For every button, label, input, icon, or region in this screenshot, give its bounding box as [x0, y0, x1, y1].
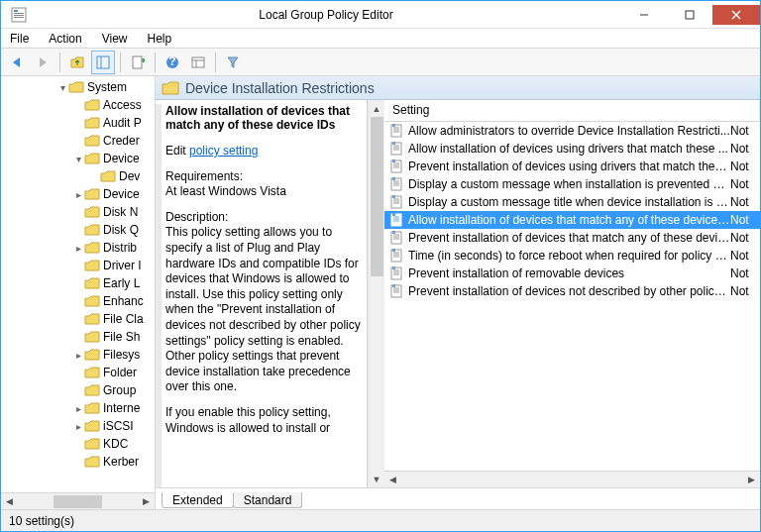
scroll-left-icon[interactable]: ◀ [384, 472, 401, 486]
list-row[interactable]: Allow installation of devices using driv… [384, 140, 760, 158]
tree-item-label: Device [103, 187, 140, 201]
folder-icon [84, 134, 100, 148]
list-row[interactable]: Prevent installation of devices not desc… [384, 282, 760, 300]
list-row[interactable]: Prevent installation of devices using dr… [384, 158, 760, 175]
tree-item[interactable]: Audit P [1, 114, 155, 132]
policy-icon [388, 283, 404, 299]
tree-expander-icon[interactable]: ▸ [72, 350, 84, 361]
tree-item[interactable]: ▸iSCSI [1, 417, 155, 435]
tree-expander-icon[interactable]: ▸ [72, 243, 84, 254]
scroll-thumb[interactable] [54, 495, 101, 508]
tree-item[interactable]: ▸Device [1, 185, 155, 203]
svg-rect-46 [392, 213, 395, 216]
desc-vscrollbar[interactable]: ▲ ▼ [368, 100, 384, 487]
scroll-right-icon[interactable]: ▶ [743, 472, 760, 486]
list-row[interactable]: Allow administrators to override Device … [384, 122, 760, 140]
list-row[interactable]: Display a custom message title when devi… [384, 193, 760, 211]
filter-button[interactable] [221, 51, 245, 74]
tree-item[interactable]: Access [1, 96, 155, 114]
tree-item[interactable]: ▸Filesys [1, 346, 155, 364]
tree-expander-icon[interactable]: ▸ [72, 403, 84, 414]
menu-help[interactable]: Help [145, 31, 175, 47]
tree-item[interactable]: Enhanc [1, 292, 155, 310]
folder-icon [84, 312, 100, 326]
list-row[interactable]: Prevent installation of removable device… [384, 265, 760, 282]
tab-extended[interactable]: Extended [162, 492, 234, 508]
desc-scroll[interactable] [156, 104, 162, 487]
folder-icon [84, 152, 100, 165]
tree-item-label: Dev [119, 169, 140, 183]
back-button[interactable] [5, 51, 29, 74]
close-button[interactable] [712, 5, 760, 25]
properties-button[interactable] [186, 51, 210, 74]
list-body[interactable]: Allow administrators to override Device … [384, 122, 760, 471]
folder-icon [84, 437, 100, 451]
tree-item[interactable]: ▾Device [1, 150, 155, 167]
tree-item[interactable]: Early L [1, 274, 155, 292]
tree-item-label: File Sh [103, 330, 140, 344]
tab-standard[interactable]: Standard [233, 492, 303, 508]
tree-item[interactable]: ▾System [1, 78, 155, 96]
tree-item[interactable]: File Cla [1, 310, 155, 328]
svg-rect-14 [192, 57, 204, 67]
list-row[interactable]: Allow installation of devices that match… [384, 211, 760, 229]
menu-view[interactable]: View [99, 31, 131, 47]
edit-policy-link[interactable]: policy setting [189, 144, 258, 158]
scroll-track[interactable] [18, 494, 138, 509]
tree-item[interactable]: Disk N [1, 203, 155, 221]
tree-hscrollbar[interactable]: ◀ ▶ [1, 492, 155, 509]
list-row[interactable]: Prevent installation of devices that mat… [384, 229, 760, 247]
right-pane: Device Installation Restrictions Allow i… [156, 76, 760, 509]
tree-item-label: Creder [103, 134, 140, 148]
tree-item-label: Kerber [103, 455, 139, 469]
export-button[interactable] [126, 51, 150, 74]
folder-icon [100, 169, 116, 183]
scroll-left-icon[interactable]: ◀ [1, 494, 18, 509]
help-button[interactable]: ? [161, 51, 184, 74]
minimize-button[interactable] [621, 5, 667, 25]
up-folder-button[interactable] [65, 51, 89, 74]
svg-rect-3 [14, 15, 24, 16]
tree-item[interactable]: Folder [1, 364, 155, 381]
tree-item[interactable]: Group [1, 381, 155, 399]
list-row[interactable]: Display a custom message when installati… [384, 175, 760, 193]
tree-item[interactable]: Creder [1, 132, 155, 150]
titlebar: Local Group Policy Editor [1, 1, 760, 29]
scroll-down-icon[interactable]: ▼ [369, 471, 385, 487]
forward-button[interactable] [31, 51, 54, 74]
list-row[interactable]: Time (in seconds) to force reboot when r… [384, 247, 760, 265]
tree-expander-icon[interactable]: ▸ [72, 421, 84, 432]
scroll-track[interactable] [401, 472, 743, 487]
tree-expander-icon[interactable]: ▸ [72, 189, 84, 200]
menu-action[interactable]: Action [46, 31, 84, 47]
tree-item[interactable]: Kerber [1, 453, 155, 471]
tree[interactable]: ▾SystemAccessAudit PCreder▾DeviceDev▸Dev… [1, 76, 155, 471]
tree-expander-icon[interactable]: ▾ [72, 154, 84, 164]
tree-item[interactable]: Disk Q [1, 221, 155, 239]
folder-icon [84, 259, 100, 272]
setting-state: Not [730, 124, 760, 138]
window-buttons [621, 5, 760, 25]
show-tree-button[interactable] [91, 51, 115, 74]
scroll-up-icon[interactable]: ▲ [369, 100, 385, 117]
tree-item[interactable]: KDC [1, 435, 155, 453]
scroll-thumb[interactable] [371, 117, 383, 276]
menu-file[interactable]: File [7, 31, 32, 47]
list-header[interactable]: Setting [384, 100, 760, 122]
pane-header: Device Installation Restrictions [156, 76, 760, 100]
maximize-button[interactable] [667, 5, 712, 25]
tree-item[interactable]: Driver I [1, 257, 155, 274]
scroll-right-icon[interactable]: ▶ [138, 494, 155, 509]
setting-state: Not [730, 177, 760, 191]
setting-state: Not [730, 142, 760, 156]
setting-name: Display a custom message title when devi… [408, 195, 730, 209]
tree-item[interactable]: File Sh [1, 328, 155, 346]
tree-item[interactable]: Dev [1, 167, 155, 185]
tree-item[interactable]: ▸Distrib [1, 239, 155, 257]
list-hscrollbar[interactable]: ◀ ▶ [384, 471, 760, 487]
tree-item-label: Disk Q [103, 223, 139, 237]
svg-rect-1 [14, 10, 18, 12]
tree-expander-icon[interactable]: ▾ [56, 82, 68, 93]
col-setting[interactable]: Setting [384, 100, 760, 121]
tree-item[interactable]: ▸Interne [1, 399, 155, 417]
